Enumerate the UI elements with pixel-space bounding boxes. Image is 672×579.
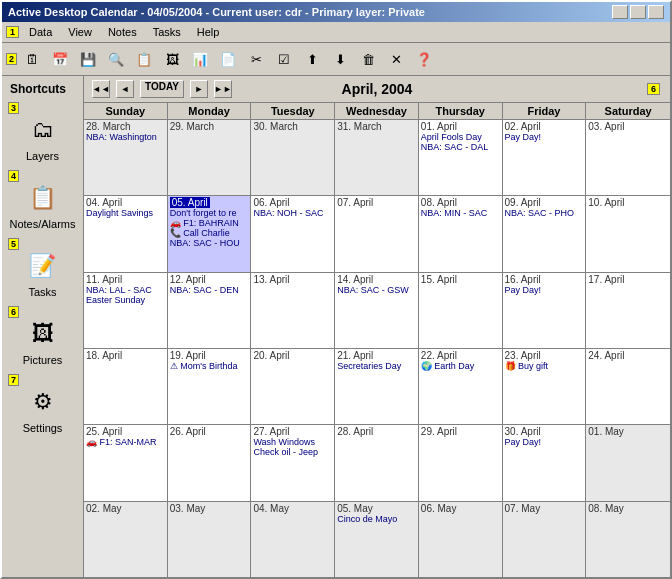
- tool-pictures[interactable]: 🖼: [159, 46, 185, 72]
- day-cell[interactable]: 16. AprilPay Day!: [503, 273, 587, 348]
- calendar-event[interactable]: NBA: Washington: [86, 132, 165, 142]
- day-cell[interactable]: 10. April: [586, 196, 670, 271]
- calendar-event[interactable]: 🚗 F1: SAN-MAR: [86, 437, 165, 447]
- calendar-event[interactable]: Secretaries Day: [337, 361, 416, 371]
- day-cell[interactable]: 06. AprilNBA: NOH - SAC: [251, 196, 335, 271]
- menu-view[interactable]: View: [62, 24, 98, 40]
- calendar-event[interactable]: NBA: LAL - SAC: [86, 285, 165, 295]
- day-cell[interactable]: 30. AprilPay Day!: [503, 425, 587, 500]
- day-cell[interactable]: 28. MarchNBA: Washington: [84, 120, 168, 195]
- tool-layers[interactable]: 🗑: [355, 46, 381, 72]
- day-cell[interactable]: 14. AprilNBA: SAC - GSW: [335, 273, 419, 348]
- calendar-event[interactable]: Pay Day!: [505, 437, 584, 447]
- day-cell[interactable]: 18. April: [84, 349, 168, 424]
- close-button[interactable]: [648, 5, 664, 19]
- tool-print[interactable]: 📄: [215, 46, 241, 72]
- calendar-event[interactable]: 🚗 F1: BAHRAIN: [170, 218, 249, 228]
- sidebar-item-notes[interactable]: 📋 Notes/Alarms: [6, 176, 79, 234]
- day-cell[interactable]: 05. MayCinco de Mayo: [335, 502, 419, 577]
- day-cell[interactable]: 08. May: [586, 502, 670, 577]
- menu-notes[interactable]: Notes: [102, 24, 143, 40]
- menu-help[interactable]: Help: [191, 24, 226, 40]
- day-cell[interactable]: 04. May: [251, 502, 335, 577]
- day-cell[interactable]: 05. AprilDon't forget to re🚗 F1: BAHRAIN…: [168, 196, 252, 271]
- calendar-event[interactable]: Check oil - Jeep: [253, 447, 332, 457]
- tool-delete[interactable]: ✕: [383, 46, 409, 72]
- minimize-button[interactable]: [612, 5, 628, 19]
- calendar-event[interactable]: NBA: SAC - DAL: [421, 142, 500, 152]
- day-cell[interactable]: 15. April: [419, 273, 503, 348]
- calendar-event[interactable]: ⚠ Mom's Birthda: [170, 361, 249, 371]
- nav-first-button[interactable]: ◄◄: [92, 80, 110, 98]
- day-cell[interactable]: 25. April🚗 F1: SAN-MAR: [84, 425, 168, 500]
- sidebar-item-pictures[interactable]: 🖼 Pictures: [6, 312, 79, 370]
- tool-notes[interactable]: 📋: [131, 46, 157, 72]
- calendar-event[interactable]: 🎁 Buy gift: [505, 361, 584, 371]
- calendar-event[interactable]: 📞 Call Charlie: [170, 228, 249, 238]
- calendar-event[interactable]: NBA: SAC - DEN: [170, 285, 249, 295]
- nav-next-button[interactable]: ►: [190, 80, 208, 98]
- day-cell[interactable]: 13. April: [251, 273, 335, 348]
- menu-data[interactable]: Data: [23, 24, 58, 40]
- day-cell[interactable]: 11. AprilNBA: LAL - SACEaster Sunday: [84, 273, 168, 348]
- calendar-event[interactable]: NBA: MIN - SAC: [421, 208, 500, 218]
- tool-cut[interactable]: ✂: [243, 46, 269, 72]
- day-cell[interactable]: 17. April: [586, 273, 670, 348]
- day-cell[interactable]: 01. May: [586, 425, 670, 500]
- nav-last-button[interactable]: ►►: [214, 80, 232, 98]
- day-cell[interactable]: 29. March: [168, 120, 252, 195]
- tool-export[interactable]: 📊: [187, 46, 213, 72]
- tool-save[interactable]: 💾: [75, 46, 101, 72]
- calendar-event[interactable]: NBA: SAC - PHO: [505, 208, 584, 218]
- day-cell[interactable]: 02. May: [84, 502, 168, 577]
- tool-calendar-view[interactable]: 🗓: [19, 46, 45, 72]
- tool-search[interactable]: 🔍: [103, 46, 129, 72]
- calendar-event[interactable]: Pay Day!: [505, 132, 584, 142]
- day-cell[interactable]: 07. May: [503, 502, 587, 577]
- calendar-event[interactable]: Daylight Savings: [86, 208, 165, 218]
- day-cell[interactable]: 27. AprilWash WindowsCheck oil - Jeep: [251, 425, 335, 500]
- calendar-event[interactable]: NBA: NOH - SAC: [253, 208, 332, 218]
- day-cell[interactable]: 29. April: [419, 425, 503, 500]
- calendar-event[interactable]: NBA: SAC - HOU: [170, 238, 249, 248]
- calendar-event[interactable]: Easter Sunday: [86, 295, 165, 305]
- sidebar-item-settings[interactable]: ⚙ Settings: [6, 380, 79, 438]
- tool-up[interactable]: ⬆: [299, 46, 325, 72]
- day-cell[interactable]: 06. May: [419, 502, 503, 577]
- day-cell[interactable]: 28. April: [335, 425, 419, 500]
- day-cell[interactable]: 22. April🌍 Earth Day: [419, 349, 503, 424]
- maximize-button[interactable]: [630, 5, 646, 19]
- today-button[interactable]: TODAY: [140, 80, 184, 98]
- tool-month-view[interactable]: 📅: [47, 46, 73, 72]
- day-cell[interactable]: 30. March: [251, 120, 335, 195]
- calendar-event[interactable]: NBA: SAC - GSW: [337, 285, 416, 295]
- tool-down[interactable]: ⬇: [327, 46, 353, 72]
- day-cell[interactable]: 19. April⚠ Mom's Birthda: [168, 349, 252, 424]
- day-cell[interactable]: 04. AprilDaylight Savings: [84, 196, 168, 271]
- calendar-event[interactable]: April Fools Day: [421, 132, 500, 142]
- sidebar-item-tasks[interactable]: 📝 Tasks: [6, 244, 79, 302]
- calendar-event[interactable]: Wash Windows: [253, 437, 332, 447]
- tool-help[interactable]: ❓: [411, 46, 437, 72]
- day-cell[interactable]: 02. AprilPay Day!: [503, 120, 587, 195]
- sidebar-item-layers[interactable]: 🗂 Layers: [6, 108, 79, 166]
- day-cell[interactable]: 21. AprilSecretaries Day: [335, 349, 419, 424]
- day-cell[interactable]: 12. AprilNBA: SAC - DEN: [168, 273, 252, 348]
- day-cell[interactable]: 08. AprilNBA: MIN - SAC: [419, 196, 503, 271]
- day-cell[interactable]: 03. May: [168, 502, 252, 577]
- day-cell[interactable]: 31. March: [335, 120, 419, 195]
- nav-prev-button[interactable]: ◄: [116, 80, 134, 98]
- day-cell[interactable]: 07. April: [335, 196, 419, 271]
- calendar-event[interactable]: Don't forget to re: [170, 208, 249, 218]
- calendar-event[interactable]: 🌍 Earth Day: [421, 361, 500, 371]
- day-cell[interactable]: 23. April🎁 Buy gift: [503, 349, 587, 424]
- day-cell[interactable]: 24. April: [586, 349, 670, 424]
- day-cell[interactable]: 01. AprilApril Fools DayNBA: SAC - DAL: [419, 120, 503, 195]
- day-cell[interactable]: 03. April: [586, 120, 670, 195]
- day-cell[interactable]: 20. April: [251, 349, 335, 424]
- day-cell[interactable]: 26. April: [168, 425, 252, 500]
- menu-tasks[interactable]: Tasks: [147, 24, 187, 40]
- day-cell[interactable]: 09. AprilNBA: SAC - PHO: [503, 196, 587, 271]
- calendar-event[interactable]: Pay Day!: [505, 285, 584, 295]
- tool-check[interactable]: ☑: [271, 46, 297, 72]
